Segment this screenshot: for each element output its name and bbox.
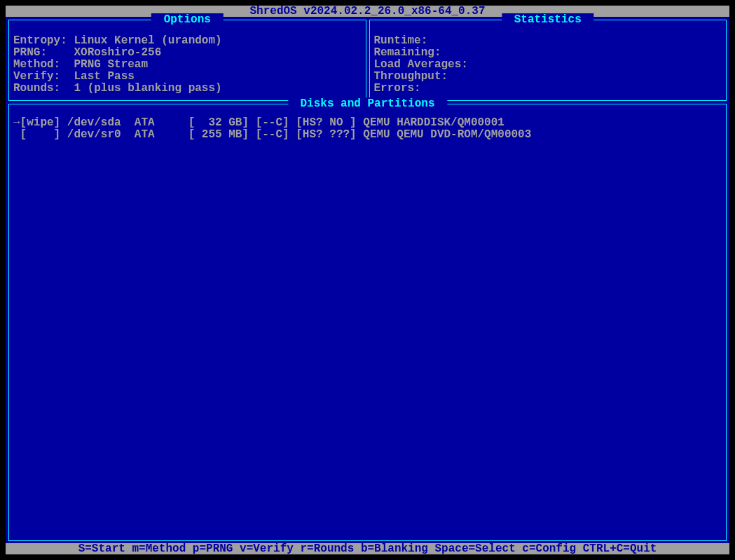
options-panel-title: Options (151, 13, 223, 26)
errors-label: Errors: (374, 82, 421, 95)
remaining-label: Remaining: (374, 46, 441, 59)
top-panels: Options Entropy: Linux Kernel (urandom) … (6, 17, 729, 101)
disk-row[interactable]: →[wipe] /dev/sda ATA [ 32 GB] [--C] [HS?… (13, 117, 722, 129)
options-body: Entropy: Linux Kernel (urandom) PRNG: XO… (9, 20, 366, 100)
app-title: ShredOS v2024.02.2_26.0_x86-64_0.37 (249, 5, 485, 18)
footer-text: S=Start m=Method p=PRNG v=Verify r=Round… (78, 542, 657, 555)
disks-container: Disks and Partitions →[wipe] /dev/sda AT… (6, 101, 729, 544)
verify-label: Verify: (13, 70, 60, 83)
method-value: PRNG Stream (74, 58, 148, 71)
title-bar: ShredOS v2024.02.2_26.0_x86-64_0.37 (6, 6, 729, 17)
screen: ShredOS v2024.02.2_26.0_x86-64_0.37 Opti… (0, 0, 735, 560)
prng-value: XORoshiro-256 (74, 46, 161, 59)
statistics-panel: Statistics Runtime: Remaining: Load Aver… (369, 20, 727, 101)
disks-panel-title: Disks and Partitions (288, 97, 447, 110)
rounds-label: Rounds: (13, 82, 60, 95)
options-panel: Options Entropy: Linux Kernel (urandom) … (8, 20, 366, 101)
throughput-label: Throughput: (374, 70, 448, 83)
footer-help: S=Start m=Method p=PRNG v=Verify r=Round… (6, 543, 729, 554)
disk-row[interactable]: [ ] /dev/sr0 ATA [ 255 MB] [--C] [HS? ??… (13, 129, 722, 141)
loadavg-label: Load Averages: (374, 58, 468, 71)
entropy-value: Linux Kernel (urandom) (74, 34, 221, 47)
runtime-label: Runtime: (374, 34, 428, 47)
rounds-value: 1 (plus blanking pass) (74, 82, 221, 95)
disks-body: →[wipe] /dev/sda ATA [ 32 GB] [--C] [HS?… (9, 104, 726, 144)
verify-value: Last Pass (74, 70, 134, 83)
method-label: Method: (13, 58, 60, 71)
disks-panel[interactable]: Disks and Partitions →[wipe] /dev/sda AT… (8, 104, 727, 541)
entropy-label: Entropy: (13, 34, 67, 47)
prng-label: PRNG: (13, 46, 47, 59)
statistics-panel-title: Statistics (502, 13, 593, 26)
statistics-body: Runtime: Remaining: Load Averages: Throu… (370, 20, 727, 100)
